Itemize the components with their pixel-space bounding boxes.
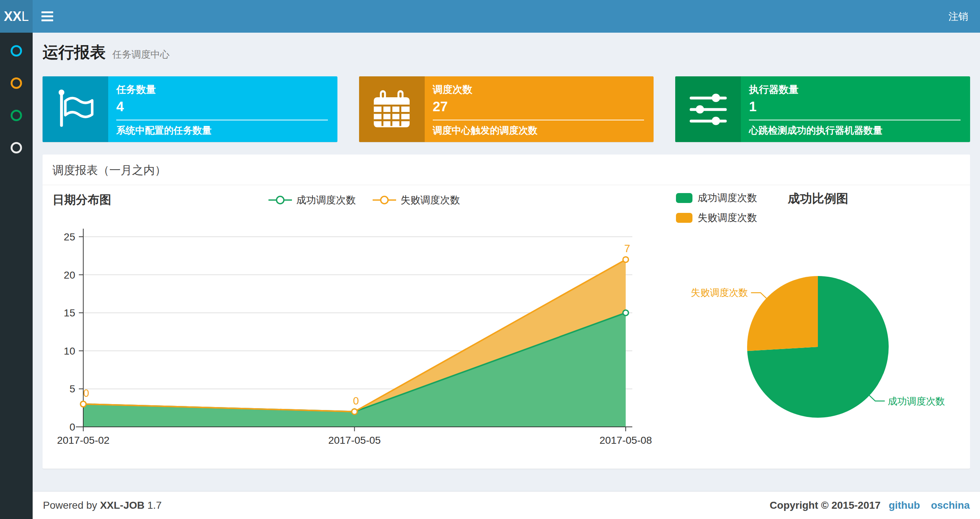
brand-name: XXL-JOB <box>100 500 145 511</box>
svg-text:10: 10 <box>64 345 75 357</box>
calendar-icon <box>359 76 425 142</box>
line-series-marker-icon <box>269 195 292 205</box>
svg-text:2017-05-05: 2017-05-05 <box>328 434 381 446</box>
svg-text:0: 0 <box>69 422 75 433</box>
panel-body: 日期分布图 成功调度次数 <box>43 185 970 469</box>
legend-label: 成功调度次数 <box>698 191 757 204</box>
svg-text:5: 5 <box>69 383 75 394</box>
success-ratio-section: 成功调度次数 失败调度次数 成功比例图 成功调度次数失败调度次数 <box>676 185 960 459</box>
date-distribution-chart: 05101520252017-05-022017-05-052017-05-08… <box>52 215 676 446</box>
line-chart-header: 日期分布图 成功调度次数 <box>52 185 676 215</box>
legend-swatch <box>676 213 692 223</box>
legend-label: 失败调度次数 <box>401 193 460 207</box>
info-box-content: 执行器数量 1 心跳检测成功的执行器机器数量 <box>741 76 970 142</box>
copyright-area: Copyright © 2015-2017 github oschina <box>770 500 970 511</box>
logo-text-bold: XX <box>4 9 21 24</box>
info-box-value: 4 <box>116 99 330 115</box>
legend-item-fail[interactable]: 失败调度次数 <box>372 193 460 207</box>
main-footer: Powered by XXL-JOB 1.7 Copyright © 2015-… <box>33 491 980 519</box>
info-box-value: 27 <box>433 99 647 115</box>
legend-swatch <box>676 193 692 203</box>
legend-item-success[interactable]: 成功调度次数 <box>676 191 757 204</box>
circle-outline-icon <box>11 142 22 153</box>
info-box-content: 调度次数 27 调度中心触发的调度次数 <box>425 76 654 142</box>
info-box-description: 调度中心触发的调度次数 <box>433 124 647 137</box>
oschina-link[interactable]: oschina <box>931 500 970 511</box>
svg-text:2017-05-08: 2017-05-08 <box>599 434 652 446</box>
github-link[interactable]: github <box>889 500 920 511</box>
line-series-marker-icon <box>372 195 396 205</box>
app-logo[interactable]: XXL <box>0 0 33 33</box>
pie-chart-legend: 成功调度次数 失败调度次数 <box>676 191 757 224</box>
legend-label: 成功调度次数 <box>296 193 356 207</box>
svg-text:20: 20 <box>64 270 75 281</box>
info-box-job-count: 任务数量 4 系统中配置的任务数量 <box>43 76 337 142</box>
sidebar-item-dashboard[interactable] <box>0 35 33 67</box>
svg-text:成功调度次数: 成功调度次数 <box>888 396 945 407</box>
legend-label: 失败调度次数 <box>698 211 757 224</box>
info-box-content: 任务数量 4 系统中配置的任务数量 <box>108 76 337 142</box>
svg-text:失败调度次数: 失败调度次数 <box>691 287 748 298</box>
info-box-label: 任务数量 <box>116 83 330 96</box>
info-box-label: 执行器数量 <box>749 83 963 96</box>
info-box-trigger-count: 调度次数 27 调度中心触发的调度次数 <box>359 76 654 142</box>
svg-text:15: 15 <box>64 307 75 319</box>
copyright-text: Copyright © 2015-2017 <box>770 500 881 511</box>
info-box-progress-line <box>116 120 328 120</box>
info-box-label: 调度次数 <box>433 83 647 96</box>
version: 1.7 <box>148 500 162 511</box>
svg-text:0: 0 <box>353 395 359 407</box>
panel-title: 调度报表（一月之内） <box>52 164 166 177</box>
page-title: 运行报表 <box>43 43 106 61</box>
powered-prefix: Powered by <box>43 500 97 511</box>
info-box-progress-line <box>433 120 644 120</box>
flag-icon <box>43 76 108 142</box>
logo-text-light: L <box>22 9 29 24</box>
line-chart-legend: 成功调度次数 失败调度次数 <box>52 185 676 215</box>
sidebar <box>0 33 33 519</box>
pie-chart-title: 成功比例图 <box>788 190 848 207</box>
legend-item-fail[interactable]: 失败调度次数 <box>676 211 757 224</box>
main-content: 运行报表 任务调度中心 任务数量 4 系统中配置的任务数量 <box>33 33 980 469</box>
legend-item-success[interactable]: 成功调度次数 <box>269 193 356 207</box>
pie-chart-header: 成功调度次数 失败调度次数 成功比例图 <box>676 185 960 233</box>
sidebar-item-job-manage[interactable] <box>0 67 33 99</box>
hamburger-icon <box>41 15 53 17</box>
info-box-description: 心跳检测成功的执行器机器数量 <box>749 124 963 137</box>
navbar-spacer <box>62 0 937 33</box>
circle-outline-icon <box>11 45 22 56</box>
page-subtitle: 任务调度中心 <box>112 49 169 60</box>
panel-header: 调度报表（一月之内） <box>43 155 970 185</box>
info-box-executor-count: 执行器数量 1 心跳检测成功的执行器机器数量 <box>675 76 970 142</box>
svg-text:0: 0 <box>83 387 89 399</box>
svg-text:7: 7 <box>624 243 630 254</box>
content-header: 运行报表 任务调度中心 <box>33 33 980 76</box>
circle-outline-icon <box>11 77 22 89</box>
sidebar-item-job-log[interactable] <box>0 99 33 131</box>
hamburger-icon <box>41 11 53 13</box>
success-ratio-pie: 成功调度次数失败调度次数 <box>676 233 960 459</box>
svg-text:25: 25 <box>64 231 75 243</box>
info-box-description: 系统中配置的任务数量 <box>116 124 330 137</box>
powered-by: Powered by XXL-JOB 1.7 <box>43 500 162 511</box>
circle-outline-icon <box>11 110 22 121</box>
sidebar-toggle-button[interactable] <box>33 0 62 33</box>
info-box-progress-line <box>749 120 961 120</box>
info-box-value: 1 <box>749 99 963 115</box>
svg-text:2017-05-02: 2017-05-02 <box>57 434 109 446</box>
top-navbar: XXL 注销 <box>0 0 980 33</box>
date-distribution-section: 日期分布图 成功调度次数 <box>52 185 676 459</box>
sliders-icon <box>675 76 741 142</box>
info-box-row: 任务数量 4 系统中配置的任务数量 <box>33 76 980 142</box>
hamburger-icon <box>41 19 53 21</box>
logout-link[interactable]: 注销 <box>937 0 980 33</box>
line-chart-title: 日期分布图 <box>52 192 111 208</box>
sidebar-item-executor[interactable] <box>0 131 33 164</box>
schedule-report-panel: 调度报表（一月之内） 日期分布图 成功调度次数 <box>43 155 970 469</box>
